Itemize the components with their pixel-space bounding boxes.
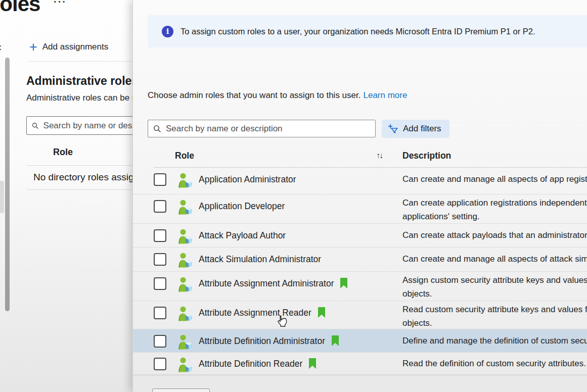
page-title: roles: [0, 0, 40, 16]
row-checkbox[interactable]: [154, 335, 166, 348]
role-name-text: Attribute Definition Administrator: [199, 329, 325, 353]
description-column-header[interactable]: Description: [402, 151, 451, 161]
collapsed-pane-handle[interactable]: [0, 181, 4, 213]
role-row[interactable]: Attribute Assignment Administrator Assig…: [133, 272, 587, 301]
row-checkbox[interactable]: [154, 253, 166, 266]
role-name-text: Attack Simulation Administrator: [199, 248, 321, 271]
role-icon: [177, 173, 193, 190]
role-name-text: Attribute Definition Reader: [199, 353, 302, 375]
role-name-text: Attribute Assignment Administrator: [199, 272, 334, 295]
role-description: Can create and manage all aspects of app…: [402, 168, 587, 191]
role-row[interactable]: Attribute Definition Reader Read the def…: [133, 353, 587, 375]
role-description: Can create application registrations ind…: [402, 196, 587, 223]
role-name-text: Attribute Assignment Reader: [199, 301, 311, 324]
role-column-header: Role: [53, 147, 73, 158]
role-name: Attribute Definition Reader: [199, 353, 317, 375]
intro-sentence: Choose admin roles that you want to assi…: [148, 90, 360, 100]
role-row[interactable]: Attribute Definition Administrator Defin…: [133, 329, 587, 353]
search-icon: [153, 125, 161, 133]
row-checkbox[interactable]: [154, 358, 166, 370]
role-name-text: Application Developer: [199, 194, 285, 218]
admin-roles-heading: Administrative roles: [26, 74, 138, 88]
search-icon: [32, 122, 39, 130]
bookmark-icon: [308, 358, 317, 369]
bookmark-icon: [318, 307, 326, 318]
info-banner: i To assign custom roles to a user, your…: [148, 15, 587, 47]
role-row[interactable]: Attack Payload Author Can create attack …: [133, 224, 587, 248]
role-description: Can create and manage all aspects of att…: [402, 248, 587, 271]
role-name: Application Developer: [199, 194, 285, 218]
role-name: Attack Simulation Administrator: [199, 248, 321, 271]
role-name: Attack Payload Author: [199, 224, 286, 247]
role-description: Can create attack payloads that an admin…: [402, 224, 587, 247]
add-assignments-label: Add assignments: [42, 42, 108, 52]
role-row[interactable]: Application Administrator Can create and…: [133, 168, 587, 194]
select-button-partial[interactable]: [152, 388, 210, 392]
role-row[interactable]: Attack Simulation Administrator Can crea…: [133, 248, 587, 272]
role-icon: [177, 200, 193, 217]
panel-footer: [133, 375, 587, 392]
role-name-text: Attack Payload Author: [199, 224, 286, 247]
more-menu-icon[interactable]: ···: [54, 0, 67, 8]
role-icon: [177, 277, 193, 295]
bookmark-icon: [331, 335, 339, 347]
role-icon: [177, 357, 193, 375]
role-description: Define and manage the definition of cust…: [402, 329, 587, 353]
row-checkbox[interactable]: [154, 200, 166, 213]
add-assignments-button[interactable]: + Add assignments: [29, 40, 108, 54]
info-icon: i: [162, 26, 173, 37]
role-row[interactable]: Application Developer Can create applica…: [133, 194, 587, 224]
row-checkbox[interactable]: [154, 307, 166, 319]
role-icon: [177, 253, 193, 270]
info-banner-text: To assign custom roles to a user, your o…: [180, 27, 535, 36]
intro-text: Choose admin roles that you want to assi…: [148, 90, 407, 101]
roles-search-input[interactable]: Search by name or description: [26, 116, 148, 135]
close-icon[interactable]: ×: [0, 41, 2, 55]
roles-table: Application Administrator Can create and…: [133, 168, 587, 375]
filter-plus-icon: [388, 124, 398, 134]
add-filters-button[interactable]: Add filters: [382, 120, 449, 138]
bookmark-icon: [340, 278, 348, 289]
row-checkbox[interactable]: [154, 229, 166, 242]
add-filters-label: Add filters: [403, 124, 441, 134]
role-name-text: Application Administrator: [199, 168, 296, 191]
role-icon: [177, 306, 193, 324]
role-description: Assign custom security attribute keys an…: [402, 273, 587, 301]
search-placeholder: Search by name or description: [166, 124, 283, 134]
row-checkbox[interactable]: [154, 277, 166, 290]
role-name: Attribute Assignment Administrator: [199, 272, 348, 295]
search-placeholder: Search by name or description: [43, 121, 142, 131]
role-row[interactable]: Attribute Assignment Reader Read custom …: [133, 301, 587, 329]
role-icon: [177, 229, 193, 247]
role-search-input[interactable]: Search by name or description: [148, 120, 376, 137]
vertical-scrollbar[interactable]: [5, 58, 10, 311]
sort-icon[interactable]: ↑↓: [376, 151, 382, 160]
role-description: Read custom security attribute keys and …: [402, 303, 587, 329]
add-assignments-panel: i To assign custom roles to a user, your…: [132, 0, 587, 392]
role-column-header[interactable]: Role: [175, 151, 194, 161]
role-name: Attribute Assignment Reader: [199, 301, 326, 324]
cursor-pointer-icon: [276, 315, 287, 327]
role-name: Application Administrator: [199, 168, 296, 191]
role-name: Attribute Definition Administrator: [199, 329, 339, 353]
row-checkbox[interactable]: [154, 173, 166, 186]
role-description: Read the definition of custom security a…: [402, 353, 587, 375]
learn-more-link[interactable]: Learn more: [363, 90, 407, 100]
plus-icon: +: [29, 40, 37, 54]
role-icon: [177, 334, 193, 352]
